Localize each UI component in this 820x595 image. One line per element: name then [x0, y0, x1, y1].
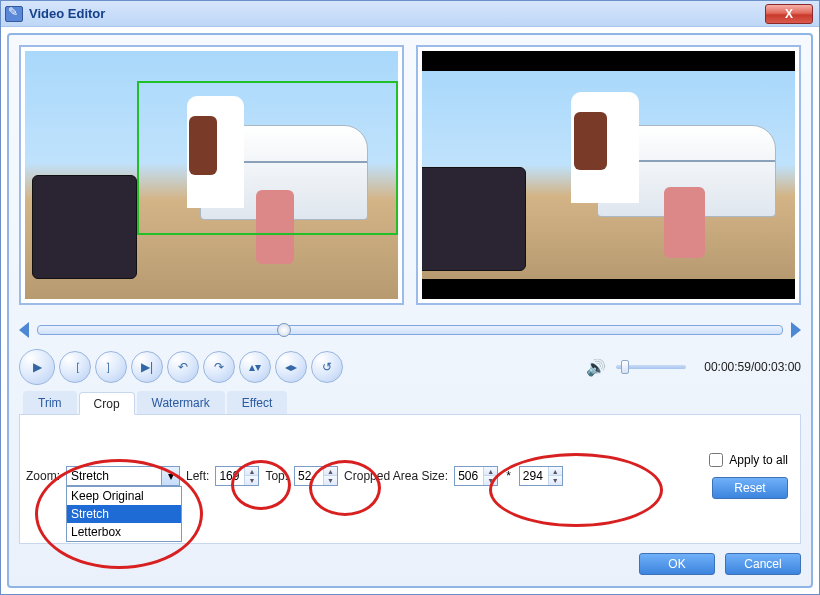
dialog-footer: OK Cancel: [19, 550, 801, 578]
left-spin-down[interactable]: ▼: [245, 476, 258, 485]
top-input[interactable]: ▲▼: [294, 466, 338, 486]
zoom-option-stretch[interactable]: Stretch: [67, 505, 181, 523]
time-total: 00:03:00: [754, 360, 801, 374]
chevron-down-icon: ▾: [168, 469, 174, 483]
source-preview-pane[interactable]: [19, 45, 404, 305]
app-icon: [5, 6, 23, 22]
top-spin-down[interactable]: ▼: [324, 476, 337, 485]
top-label: Top:: [265, 469, 288, 483]
flip-vertical-button[interactable]: ▴▾: [239, 351, 271, 383]
undo-icon: ↺: [322, 360, 332, 374]
apply-to-all-checkbox[interactable]: Apply to all: [709, 453, 788, 467]
ok-button-label: OK: [668, 557, 685, 571]
mark-in-button[interactable]: ［: [59, 351, 91, 383]
tab-effect[interactable]: Effect: [227, 391, 287, 414]
output-video-frame: [422, 71, 795, 279]
play-icon: ▶: [33, 360, 42, 374]
height-spin-up[interactable]: ▲: [549, 467, 562, 476]
width-input-field[interactable]: [455, 469, 483, 483]
zoom-select-arrow[interactable]: ▾: [161, 467, 179, 485]
seek-thumb[interactable]: [277, 323, 291, 337]
inner-panel: ▶ ［ ］ ▶| ↶ ↷ ▴▾ ◂▸ ↺ 🔊 00:00:59/00:03:00…: [7, 33, 813, 588]
time-display: 00:00:59/00:03:00: [704, 360, 801, 374]
width-spin-down[interactable]: ▼: [484, 476, 497, 485]
cancel-button[interactable]: Cancel: [725, 553, 801, 575]
ok-button[interactable]: OK: [639, 553, 715, 575]
playback-controls: ▶ ［ ］ ▶| ↶ ↷ ▴▾ ◂▸ ↺ 🔊 00:00:59/00:03:00: [19, 347, 801, 387]
crop-rectangle[interactable]: [137, 81, 398, 235]
window-title: Video Editor: [29, 6, 105, 21]
cancel-button-label: Cancel: [744, 557, 781, 571]
close-button[interactable]: X: [765, 4, 813, 24]
multiply-symbol: *: [506, 469, 511, 483]
bracket-open-icon: ［: [69, 359, 81, 376]
preview-row: [19, 45, 801, 305]
height-input[interactable]: ▲▼: [519, 466, 563, 486]
zoom-select[interactable]: Stretch ▾ Keep Original Stretch Letterbo…: [66, 466, 180, 486]
volume-thumb[interactable]: [621, 360, 629, 374]
reset-button-label: Reset: [734, 481, 765, 495]
time-current: 00:00:59: [704, 360, 751, 374]
width-spin-up[interactable]: ▲: [484, 467, 497, 476]
tab-crop[interactable]: Crop: [79, 392, 135, 415]
zoom-option-letterbox[interactable]: Letterbox: [67, 523, 181, 541]
play-button[interactable]: ▶: [19, 349, 55, 385]
flip-vertical-icon: ▴▾: [249, 360, 261, 374]
bracket-close-icon: ］: [105, 359, 117, 376]
titlebar: Video Editor X: [1, 1, 819, 27]
zoom-label: Zoom:: [26, 469, 60, 483]
reset-button[interactable]: Reset: [712, 477, 788, 499]
content-area: ▶ ［ ］ ▶| ↶ ↷ ▴▾ ◂▸ ↺ 🔊 00:00:59/00:03:00…: [1, 27, 819, 594]
next-frame-button[interactable]: ▶|: [131, 351, 163, 383]
seek-start-marker[interactable]: [19, 322, 29, 338]
flip-horizontal-icon: ◂▸: [285, 360, 297, 374]
seek-bar[interactable]: [19, 317, 801, 343]
area-label: Cropped Area Size:: [344, 469, 448, 483]
apply-to-all-label: Apply to all: [729, 453, 788, 467]
volume-slider[interactable]: [616, 365, 686, 369]
height-spin-down[interactable]: ▼: [549, 476, 562, 485]
zoom-select-value: Stretch: [67, 469, 161, 483]
zoom-dropdown: Keep Original Stretch Letterbox: [66, 486, 182, 542]
seek-end-marker[interactable]: [791, 322, 801, 338]
rotate-left-icon: ↶: [178, 360, 188, 374]
top-spin-up[interactable]: ▲: [324, 467, 337, 476]
apply-to-all-input[interactable]: [709, 453, 723, 467]
left-input[interactable]: ▲▼: [215, 466, 259, 486]
volume-icon[interactable]: 🔊: [586, 358, 606, 377]
undo-button[interactable]: ↺: [311, 351, 343, 383]
left-label: Left:: [186, 469, 209, 483]
top-input-field[interactable]: [295, 469, 323, 483]
rotate-left-button[interactable]: ↶: [167, 351, 199, 383]
width-input[interactable]: ▲▼: [454, 466, 498, 486]
left-input-field[interactable]: [216, 469, 244, 483]
tab-trim[interactable]: Trim: [23, 391, 77, 414]
height-input-field[interactable]: [520, 469, 548, 483]
output-preview-pane: [416, 45, 801, 305]
zoom-option-keep-original[interactable]: Keep Original: [67, 487, 181, 505]
tab-bar: Trim Crop Watermark Effect: [19, 391, 801, 415]
mark-out-button[interactable]: ］: [95, 351, 127, 383]
left-spin-up[interactable]: ▲: [245, 467, 258, 476]
video-editor-window: Video Editor X: [0, 0, 820, 595]
step-forward-icon: ▶|: [141, 360, 153, 374]
rotate-right-button[interactable]: ↷: [203, 351, 235, 383]
flip-horizontal-button[interactable]: ◂▸: [275, 351, 307, 383]
close-icon: X: [785, 7, 793, 21]
crop-panel: Zoom: Stretch ▾ Keep Original Stretch Le…: [19, 415, 801, 544]
tab-watermark[interactable]: Watermark: [137, 391, 225, 414]
rotate-right-icon: ↷: [214, 360, 224, 374]
